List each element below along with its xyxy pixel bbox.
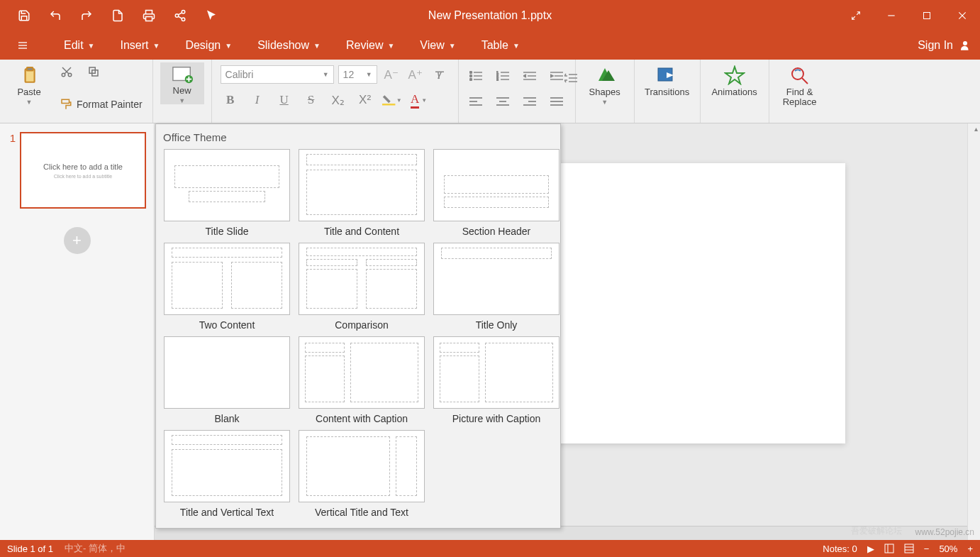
layout-picture-caption[interactable]: Picture with Caption	[433, 336, 560, 424]
layout-section-header[interactable]: Section Header	[433, 149, 560, 237]
svg-line-4	[178, 13, 182, 15]
decrease-font-icon[interactable]: A⁻	[382, 65, 401, 84]
sign-in-button[interactable]: Sign In	[918, 39, 971, 52]
new-slide-button[interactable]: New▼	[160, 62, 204, 104]
notes-status[interactable]: Notes: 0	[823, 544, 857, 554]
shapes-group: Shapes▼	[576, 60, 635, 123]
outline-view-icon[interactable]	[904, 544, 914, 553]
svg-rect-24	[62, 99, 69, 103]
line-spacing-icon[interactable]	[561, 72, 581, 84]
bold-icon[interactable]: B	[221, 91, 240, 109]
window-controls	[838, 0, 980, 31]
underline-icon[interactable]: U	[274, 91, 294, 109]
menu-view[interactable]: View▼	[407, 31, 468, 60]
decrease-indent-icon[interactable]	[520, 67, 540, 85]
font-name-select[interactable]: Calibri▼	[221, 65, 334, 84]
chevron-down-icon: ▼	[449, 42, 456, 50]
zoom-out-icon[interactable]: −	[924, 544, 930, 554]
chevron-down-icon: ▼	[88, 42, 95, 50]
save-icon[interactable]	[9, 0, 40, 31]
svg-line-5	[178, 16, 182, 18]
layout-comparison[interactable]: Comparison	[298, 243, 425, 331]
svg-text:1: 1	[496, 71, 499, 75]
layout-title-slide[interactable]: Title Slide	[163, 149, 291, 237]
layout-title-vertical-text[interactable]: Title and Vertical Text	[163, 430, 291, 518]
align-right-icon[interactable]	[520, 92, 540, 111]
title-bar: New Presentation 1.pptx	[0, 0, 980, 31]
svg-rect-23	[89, 67, 95, 73]
cursor-icon[interactable]	[196, 0, 227, 31]
share-icon[interactable]	[165, 0, 196, 31]
font-color-icon[interactable]: A▼	[409, 91, 429, 109]
add-slide-button[interactable]: +	[64, 227, 91, 254]
svg-point-18	[62, 73, 65, 77]
paste-button[interactable]: Paste▼	[7, 62, 51, 106]
svg-line-7	[852, 16, 855, 19]
watermark-cn: 吾爱破解论坛	[851, 525, 902, 537]
svg-rect-65	[658, 68, 672, 81]
language-status[interactable]: 中文- 简体，中	[65, 542, 126, 555]
copy-icon[interactable]	[84, 62, 104, 81]
svg-text:2: 2	[496, 74, 499, 78]
format-painter-button[interactable]: Format Painter	[57, 96, 145, 112]
shapes-button[interactable]: Shapes▼	[583, 62, 627, 106]
new-file-icon[interactable]	[102, 0, 133, 31]
print-icon[interactable]	[133, 0, 165, 31]
subscript-icon[interactable]: X₂	[328, 91, 348, 109]
svg-point-32	[469, 75, 472, 77]
svg-marker-66	[667, 72, 674, 78]
layout-two-content[interactable]: Two Content	[163, 243, 291, 331]
maximize-icon[interactable]	[909, 0, 945, 31]
play-icon[interactable]: ▶	[867, 544, 874, 554]
slide-thumbnail[interactable]: Click here to add a title Click here to …	[20, 132, 146, 209]
minimize-icon[interactable]	[874, 0, 909, 31]
bullets-icon[interactable]	[466, 67, 486, 85]
superscript-icon[interactable]: X²	[355, 91, 375, 109]
slide-count-status: Slide 1 of 1	[7, 544, 53, 554]
highlight-icon[interactable]: ▼	[382, 91, 402, 109]
layout-title-only[interactable]: Title Only	[433, 243, 560, 331]
fullscreen-icon[interactable]	[838, 0, 874, 31]
menu-edit[interactable]: Edit▼	[51, 31, 107, 60]
layout-content-caption[interactable]: Content with Caption	[298, 336, 425, 424]
italic-icon[interactable]: I	[247, 91, 267, 109]
layout-vertical-title-text[interactable]: Vertical Title and Text	[298, 430, 425, 518]
justify-icon[interactable]	[547, 92, 567, 111]
svg-rect-0	[146, 17, 152, 21]
layout-blank[interactable]: Blank	[163, 336, 291, 424]
close-icon[interactable]	[945, 0, 980, 31]
layout-popover: Office Theme Title Slide Title and Conte…	[155, 123, 561, 529]
vertical-scrollbar[interactable]: ▴	[967, 123, 980, 540]
svg-marker-64	[602, 70, 615, 81]
layout-title-content[interactable]: Title and Content	[298, 149, 425, 237]
normal-view-icon[interactable]	[884, 544, 894, 553]
slide-number: 1	[6, 132, 16, 144]
cut-icon[interactable]	[57, 62, 77, 81]
numbering-icon[interactable]: 123	[493, 67, 513, 85]
find-replace-button[interactable]: Find & Replace	[776, 62, 823, 107]
svg-point-1	[182, 11, 185, 14]
menu-table[interactable]: Table▼	[469, 31, 533, 60]
menu-slideshow[interactable]: Slideshow▼	[245, 31, 333, 60]
undo-icon[interactable]	[40, 0, 71, 31]
menu-insert[interactable]: Insert▼	[107, 31, 172, 60]
zoom-level[interactable]: 50%	[939, 544, 957, 554]
animations-group: Animations	[701, 60, 769, 123]
menu-design[interactable]: Design▼	[172, 31, 245, 60]
increase-font-icon[interactable]: A⁺	[406, 65, 425, 84]
animations-button[interactable]: Animations	[708, 62, 762, 97]
hamburger-icon[interactable]	[7, 31, 38, 60]
svg-point-26	[184, 75, 192, 83]
redo-icon[interactable]	[71, 0, 102, 31]
align-left-icon[interactable]	[466, 92, 486, 111]
font-size-select[interactable]: 12▼	[338, 65, 377, 84]
transitions-button[interactable]: Transitions	[642, 62, 693, 97]
clear-format-icon[interactable]	[430, 65, 450, 84]
zoom-in-icon[interactable]: +	[967, 544, 973, 554]
svg-line-69	[802, 78, 808, 84]
svg-line-6	[857, 12, 859, 15]
quick-access-toolbar	[0, 0, 227, 31]
strikethrough-icon[interactable]: S	[301, 91, 321, 109]
align-center-icon[interactable]	[493, 92, 513, 111]
menu-review[interactable]: Review▼	[333, 31, 407, 60]
